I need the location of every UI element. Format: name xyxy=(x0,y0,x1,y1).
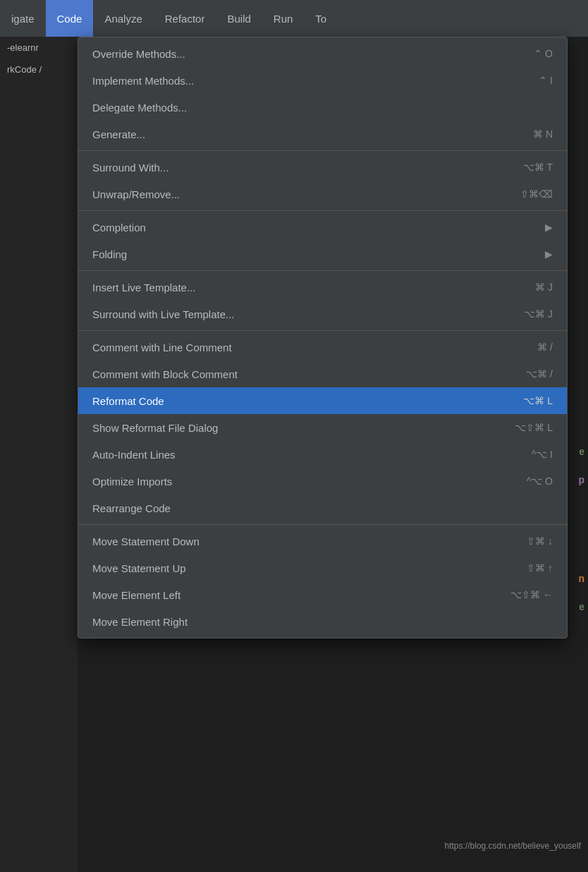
menu-item-surround-with-label: Surround With... xyxy=(92,162,495,174)
menu-item-surround-live-template-label: Surround with Live Template... xyxy=(92,308,496,320)
menu-analyze[interactable]: Analyze xyxy=(93,0,153,37)
menu-item-comment-line[interactable]: Comment with Line Comment ⌘ / xyxy=(78,334,567,361)
code-dropdown-menu: Override Methods... ⌃ O Implement Method… xyxy=(78,37,568,638)
menu-item-auto-indent-shortcut: ^⌥ I xyxy=(532,449,553,460)
menu-item-insert-live-template-shortcut: ⌘ J xyxy=(535,281,553,293)
menu-item-move-element-right-label: Move Element Right xyxy=(92,616,553,628)
menu-item-surround-live-template-shortcut: ⌥⌘ J xyxy=(524,308,553,320)
menu-item-surround-with[interactable]: Surround With... ⌥⌘ T xyxy=(78,154,567,181)
menu-item-move-statement-up-label: Move Statement Up xyxy=(92,562,498,574)
menu-item-implement-methods-label: Implement Methods... xyxy=(92,75,510,87)
menu-item-move-statement-up[interactable]: Move Statement Up ⇧⌘ ↑ xyxy=(78,555,567,581)
menu-item-reformat-code-shortcut: ⌥⌘ L xyxy=(523,395,553,406)
separator-2 xyxy=(78,210,567,211)
separator-5 xyxy=(78,524,567,525)
menu-item-move-statement-down-label: Move Statement Down xyxy=(92,535,498,547)
menu-item-folding[interactable]: Folding ▶ xyxy=(78,241,567,267)
menu-item-comment-block-label: Comment with Block Comment xyxy=(92,368,498,380)
menu-item-generate-shortcut: ⌘ N xyxy=(533,128,553,140)
menu-item-delegate-methods-label: Delegate Methods... xyxy=(92,102,553,114)
menu-item-comment-line-shortcut: ⌘ / xyxy=(537,341,553,353)
menu-code[interactable]: Code xyxy=(46,0,94,37)
menu-item-delegate-methods[interactable]: Delegate Methods... xyxy=(78,94,567,121)
menu-item-optimize-imports[interactable]: Optimize Imports ^⌥ O xyxy=(78,468,567,495)
syntax-hint-orange: n xyxy=(578,573,584,584)
menu-item-generate[interactable]: Generate... ⌘ N xyxy=(78,121,567,147)
sidebar-text-1: -elearnr xyxy=(0,37,78,59)
menu-item-unwrap-remove-label: Unwrap/Remove... xyxy=(92,188,492,200)
chevron-right-icon-completion: ▶ xyxy=(545,222,553,233)
menu-item-show-reformat-dialog-shortcut: ⌥⇧⌘ L xyxy=(515,422,553,433)
menu-item-unwrap-remove-shortcut: ⇧⌘⌫ xyxy=(520,188,553,200)
menu-to[interactable]: To xyxy=(304,0,338,37)
menu-item-surround-with-shortcut: ⌥⌘ T xyxy=(523,162,553,173)
menu-item-override-methods-label: Override Methods... xyxy=(92,48,506,60)
menu-item-move-element-left[interactable]: Move Element Left ⌥⇧⌘ ← xyxy=(78,581,567,608)
menu-item-override-methods[interactable]: Override Methods... ⌃ O xyxy=(78,40,567,67)
menu-item-completion-label: Completion xyxy=(92,222,539,234)
menu-item-move-statement-down[interactable]: Move Statement Down ⇧⌘ ↓ xyxy=(78,528,567,555)
menu-item-rearrange-code[interactable]: Rearrange Code xyxy=(78,495,567,521)
menu-navigate[interactable]: igate xyxy=(0,0,46,37)
menu-item-insert-live-template-label: Insert Live Template... xyxy=(92,281,507,293)
menu-item-implement-methods[interactable]: Implement Methods... ⌃ I xyxy=(78,67,567,94)
menu-item-show-reformat-dialog-label: Show Reformat File Dialog xyxy=(92,422,486,434)
menu-item-move-element-left-label: Move Element Left xyxy=(92,589,482,601)
menu-item-reformat-code[interactable]: Reformat Code ⌥⌘ L xyxy=(78,387,567,414)
menu-item-move-statement-up-shortcut: ⇧⌘ ↑ xyxy=(527,562,553,574)
menu-build[interactable]: Build xyxy=(216,0,262,37)
menu-item-auto-indent-label: Auto-Indent Lines xyxy=(92,449,503,461)
menu-refactor[interactable]: Refactor xyxy=(154,0,216,37)
menu-item-completion[interactable]: Completion ▶ xyxy=(78,214,567,241)
syntax-hint-green: e xyxy=(579,446,584,457)
separator-3 xyxy=(78,270,567,271)
menu-item-move-element-right[interactable]: Move Element Right xyxy=(78,608,567,635)
menu-item-show-reformat-dialog[interactable]: Show Reformat File Dialog ⌥⇧⌘ L xyxy=(78,414,567,441)
sidebar: -elearnr rkCode / xyxy=(0,37,78,872)
menu-item-comment-block[interactable]: Comment with Block Comment ⌥⌘ / xyxy=(78,361,567,387)
syntax-hint-purple: p xyxy=(578,474,584,485)
menu-item-rearrange-code-label: Rearrange Code xyxy=(92,502,553,514)
menu-bar: igate Code Analyze Refactor Build Run To xyxy=(0,0,588,37)
menu-item-folding-label: Folding xyxy=(92,248,539,260)
separator-1 xyxy=(78,150,567,151)
menu-item-insert-live-template[interactable]: Insert Live Template... ⌘ J xyxy=(78,274,567,301)
menu-run[interactable]: Run xyxy=(262,0,305,37)
menu-item-unwrap-remove[interactable]: Unwrap/Remove... ⇧⌘⌫ xyxy=(78,181,567,207)
menu-item-override-methods-shortcut: ⌃ O xyxy=(534,48,553,59)
separator-4 xyxy=(78,330,567,331)
menu-item-comment-line-label: Comment with Line Comment xyxy=(92,341,509,353)
chevron-right-icon-folding: ▶ xyxy=(545,248,553,260)
menu-item-implement-methods-shortcut: ⌃ I xyxy=(539,75,553,86)
menu-item-generate-label: Generate... xyxy=(92,128,505,140)
menu-item-move-element-left-shortcut: ⌥⇧⌘ ← xyxy=(510,589,553,600)
menu-item-reformat-code-label: Reformat Code xyxy=(92,395,495,407)
syntax-hint-green2: e xyxy=(579,601,584,612)
menu-item-optimize-imports-shortcut: ^⌥ O xyxy=(527,476,553,487)
watermark: https://blog.csdn.net/believe_youself xyxy=(445,841,581,851)
sidebar-text-2: rkCode / xyxy=(0,59,78,80)
menu-item-comment-block-shortcut: ⌥⌘ / xyxy=(526,368,553,380)
menu-item-move-statement-down-shortcut: ⇧⌘ ↓ xyxy=(527,535,553,547)
menu-item-optimize-imports-label: Optimize Imports xyxy=(92,476,498,488)
menu-item-surround-live-template[interactable]: Surround with Live Template... ⌥⌘ J xyxy=(78,301,567,327)
menu-item-auto-indent[interactable]: Auto-Indent Lines ^⌥ I xyxy=(78,441,567,468)
